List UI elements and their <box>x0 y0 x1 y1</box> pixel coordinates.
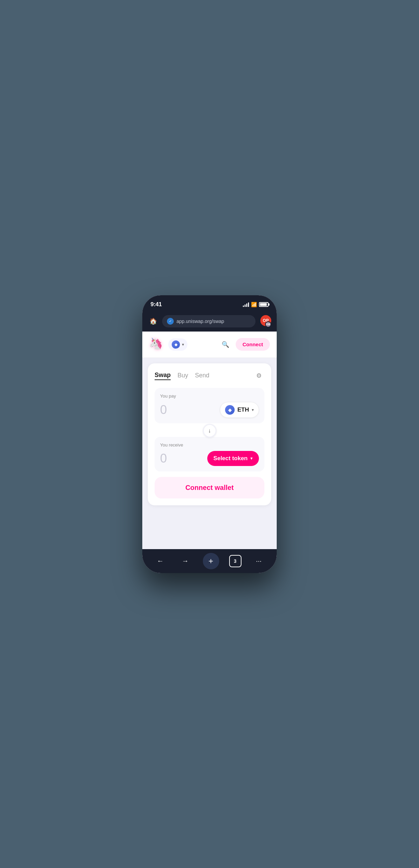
more-icon: ··· <box>256 557 262 565</box>
search-icon: 🔍 <box>222 341 229 348</box>
eth-network-icon: ◆ <box>172 340 180 349</box>
url-text: app.uniswap.org/swap <box>176 319 251 324</box>
phone-notch <box>189 298 230 308</box>
you-receive-row: Select token ▾ <box>160 451 259 466</box>
forward-icon: → <box>182 557 189 565</box>
home-button[interactable]: 🏠 <box>148 316 159 327</box>
uniswap-logo: 🦄 <box>149 337 164 352</box>
you-pay-section: You pay ◆ ETH ▾ <box>155 388 264 423</box>
connect-button[interactable]: Connect <box>236 338 270 351</box>
back-button[interactable]: ← <box>153 554 168 569</box>
eth-token-selector[interactable]: ◆ ETH ▾ <box>220 402 259 418</box>
search-button[interactable]: 🔍 <box>219 338 232 351</box>
swap-container: Swap Buy Send ⚙ You pay ◆ <box>142 358 277 511</box>
security-icon: ✓ <box>169 319 172 323</box>
home-icon: 🏠 <box>149 318 157 325</box>
you-receive-input[interactable] <box>160 451 201 466</box>
app-header: 🦄 ◆ ▾ 🔍 Connect <box>142 332 277 358</box>
phone-screen: 9:41 📶 🏠 ✓ <box>142 295 277 573</box>
more-button[interactable]: ··· <box>251 554 266 569</box>
you-pay-label: You pay <box>160 393 259 399</box>
new-tab-button[interactable]: + <box>203 553 219 569</box>
network-chevron-icon: ▾ <box>182 342 184 347</box>
connect-wallet-button[interactable]: Connect wallet <box>155 477 264 498</box>
battery-icon <box>259 302 269 307</box>
wifi-icon: 📶 <box>251 302 257 307</box>
you-receive-section: You receive Select token ▾ <box>155 437 264 471</box>
you-receive-label: You receive <box>160 442 259 448</box>
eth-token-chevron-icon: ▾ <box>252 407 254 412</box>
eth-token-name: ETH <box>237 406 249 413</box>
unicorn-icon: 🦄 <box>149 337 163 350</box>
security-badge: ✓ <box>167 318 174 325</box>
network-selector[interactable]: ◆ ▾ <box>168 338 187 351</box>
tabs-count-button[interactable]: 3 <box>229 555 241 567</box>
forward-button[interactable]: → <box>178 554 193 569</box>
eth-token-icon: ◆ <box>225 405 235 415</box>
select-token-button[interactable]: Select token ▾ <box>207 451 259 466</box>
select-token-label: Select token <box>213 455 248 462</box>
settings-button[interactable]: ⚙ <box>253 370 264 381</box>
bottom-nav: ← → + 3 ··· <box>142 549 277 573</box>
settings-icon: ⚙ <box>256 372 262 379</box>
phone-frame: 9:41 📶 🏠 ✓ <box>142 295 277 573</box>
back-icon: ← <box>157 557 164 565</box>
you-pay-input[interactable] <box>160 403 201 417</box>
tab-buy[interactable]: Buy <box>178 371 188 380</box>
signal-icon <box>243 302 249 307</box>
select-token-chevron-icon: ▾ <box>250 456 253 461</box>
swap-tabs: Swap Buy Send ⚙ <box>155 370 264 381</box>
add-icon: + <box>208 556 213 566</box>
main-content: 🦄 ◆ ▾ 🔍 Connect Swap Buy <box>142 332 277 549</box>
swap-direction-icon: ↓ <box>208 428 211 434</box>
status-time: 9:41 <box>150 301 162 308</box>
tab-swap[interactable]: Swap <box>155 371 171 380</box>
address-bar[interactable]: ✓ app.uniswap.org/swap <box>162 315 256 327</box>
profile-sw-badge: SW <box>265 321 271 327</box>
status-icons: 📶 <box>243 302 269 307</box>
swap-card: Swap Buy Send ⚙ You pay ◆ <box>148 363 271 505</box>
browser-bar: 🏠 ✓ app.uniswap.org/swap OP SW <box>142 312 277 332</box>
profile-badge[interactable]: OP SW <box>259 315 271 327</box>
tab-send[interactable]: Send <box>195 371 209 380</box>
swap-direction-container: ↓ <box>155 424 264 438</box>
swap-direction-button[interactable]: ↓ <box>203 424 217 438</box>
you-pay-row: ◆ ETH ▾ <box>160 402 259 418</box>
